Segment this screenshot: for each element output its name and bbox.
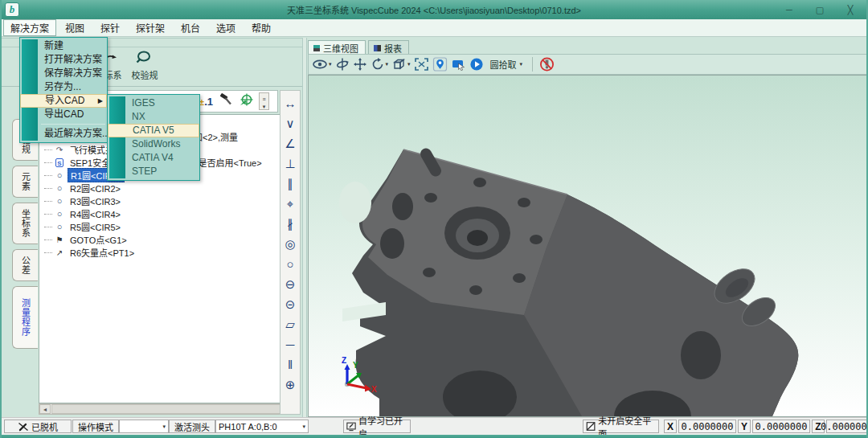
menu-item-open[interactable]: 打开解决方案 bbox=[20, 53, 107, 67]
op-mode-dropdown[interactable]: ▾ bbox=[119, 420, 169, 433]
submenu-item-nx[interactable]: NX bbox=[108, 110, 199, 124]
submenu-item-label: STEP bbox=[132, 166, 157, 177]
tree-row[interactable]: ○R3圆<CIR3> bbox=[39, 194, 297, 207]
distance-icon[interactable]: ↔ bbox=[280, 94, 300, 114]
menu-item-label: 导出CAD bbox=[44, 108, 84, 120]
scrollbar-thumb[interactable] bbox=[51, 404, 285, 414]
viewport-3d[interactable]: Z Y X bbox=[308, 75, 868, 417]
tab-report[interactable]: 报表 bbox=[368, 40, 409, 54]
pan-button[interactable] bbox=[353, 57, 367, 72]
submenu-item-solidworks[interactable]: SolidWorks bbox=[108, 137, 199, 151]
menu-item-recent[interactable]: 最近解决方案... bbox=[20, 127, 107, 141]
menu-item-export-cad[interactable]: 导出CAD bbox=[20, 108, 107, 121]
submenu-item-catia-v4[interactable]: CATIA V4 bbox=[108, 151, 199, 165]
scroll-left-arrow[interactable]: ◂ bbox=[39, 404, 51, 414]
menubar: 解决方案 视图 探针 探针架 机台 选项 帮助 bbox=[2, 19, 866, 37]
magnifier-icon bbox=[135, 49, 154, 68]
tab-tolerance[interactable]: 公差 bbox=[12, 249, 38, 281]
tree-row[interactable]: ○R2圆<CIR2> bbox=[39, 182, 297, 194]
toolbar-overflow-button[interactable]: ≡▾ bbox=[259, 92, 269, 110]
circle-measure-icon[interactable]: ○ bbox=[280, 255, 300, 275]
tab-elements-label: 元素 bbox=[19, 172, 32, 191]
tree-row[interactable]: ↗R6矢量点<PT1> bbox=[39, 246, 297, 259]
safety-plane-off-icon bbox=[586, 421, 596, 432]
x-axis-label: X bbox=[667, 421, 674, 432]
submenu-item-label: CATIA V5 bbox=[133, 125, 174, 136]
menu-item-save[interactable]: 保存解决方案 bbox=[20, 67, 107, 80]
symmetry-icon[interactable]: ‖ bbox=[280, 355, 300, 375]
runout-icon[interactable]: ⊝ bbox=[280, 295, 300, 315]
eye-icon bbox=[312, 57, 328, 72]
angle-icon[interactable]: ∨ bbox=[280, 114, 300, 134]
probe-dropdown[interactable]: PH10T A:0,B:0 ▾ bbox=[215, 420, 309, 433]
selflearn-button[interactable]: 自学习已开启 bbox=[343, 420, 411, 433]
tab-tolerance-label: 公差 bbox=[19, 256, 32, 275]
position-icon[interactable]: ⌖ bbox=[280, 194, 300, 215]
circle-pick-dropdown[interactable]: 圆拾取 ▾ bbox=[487, 57, 526, 72]
align-target-icon[interactable] bbox=[239, 92, 253, 110]
menu-probe[interactable]: 探针 bbox=[93, 19, 127, 36]
tab-measure-program-label: 测量程序 bbox=[19, 298, 32, 337]
submenu-item-catia-v5[interactable]: CATIA V5 bbox=[108, 124, 199, 137]
menu-item-new[interactable]: 新建 bbox=[20, 39, 107, 53]
tree-row[interactable]: ○R5圆<CIR5> bbox=[39, 220, 297, 233]
gauge-check-button[interactable]: 校验规 bbox=[127, 49, 162, 84]
menu-item-import-cad[interactable]: 导入CAD ▶ bbox=[20, 94, 107, 108]
zoom-fit-button[interactable] bbox=[414, 57, 429, 72]
hammer-icon[interactable] bbox=[219, 92, 233, 110]
menu-item-label: 另存为... bbox=[44, 81, 81, 92]
submenu-item-label: CATIA V4 bbox=[132, 152, 174, 163]
orbit-button[interactable] bbox=[335, 57, 350, 72]
box-select-button[interactable] bbox=[451, 57, 466, 72]
coord-z-value: 0.0000000 bbox=[826, 420, 867, 433]
tab-coordsys[interactable]: 坐标系 bbox=[12, 203, 38, 244]
submenu-item-label: NX bbox=[132, 111, 145, 122]
close-button[interactable]: ╳ bbox=[842, 5, 858, 15]
menu-help[interactable]: 帮助 bbox=[244, 19, 278, 36]
run-button[interactable] bbox=[469, 57, 484, 72]
tab-report-label: 报表 bbox=[384, 42, 402, 55]
locate-button[interactable] bbox=[432, 57, 448, 72]
menu-machine[interactable]: 机台 bbox=[174, 19, 207, 36]
select-rect-icon bbox=[451, 57, 466, 72]
point-position-icon[interactable]: ⊕ bbox=[280, 375, 300, 395]
restore-button[interactable]: ▢ bbox=[812, 5, 828, 15]
standard-views-button[interactable]: ▾ bbox=[391, 57, 411, 72]
tab-measure-program[interactable]: 测量程序 bbox=[12, 286, 38, 349]
tree-row[interactable]: ⚑GOTO点<G1> bbox=[39, 233, 297, 246]
menu-solution[interactable]: 解决方案 bbox=[3, 19, 56, 36]
menu-view[interactable]: 视图 bbox=[58, 19, 92, 36]
coord-y-value: 0.0000000 bbox=[752, 420, 810, 433]
tree-horizontal-scrollbar[interactable]: ◂ ▸ bbox=[39, 403, 297, 415]
angularity-icon[interactable]: ∦ bbox=[280, 215, 300, 235]
axis-y-label: Y bbox=[353, 361, 358, 370]
flatness-icon[interactable]: ▱ bbox=[280, 315, 300, 335]
cad-import-submenu: IGES NX CATIA V5 SolidWorks CATIA V4 STE… bbox=[107, 94, 200, 181]
y-value: 0.0000000 bbox=[755, 421, 807, 432]
tab-3d-view[interactable]: 三维视图 bbox=[308, 40, 366, 54]
straightness-icon[interactable]: ─ bbox=[280, 335, 300, 355]
perpendicularity-icon[interactable]: ⊥ bbox=[280, 154, 300, 174]
menu-item-save-as[interactable]: 另存为... bbox=[20, 80, 107, 94]
visibility-button[interactable]: ▾ bbox=[312, 57, 332, 72]
parallelism-icon[interactable]: ∥ bbox=[280, 174, 300, 194]
submenu-item-iges[interactable]: IGES bbox=[108, 96, 199, 110]
concentricity-icon[interactable]: ◎ bbox=[280, 235, 300, 255]
probe-disabled-button[interactable] bbox=[539, 57, 555, 72]
tab-elements[interactable]: 元素 bbox=[12, 166, 38, 198]
minimize-button[interactable]: ─ bbox=[781, 5, 797, 14]
safety-plane-status: 未开启安全平面 bbox=[583, 420, 659, 433]
offline-label: 已脱机 bbox=[31, 420, 58, 433]
menu-probe-rack[interactable]: 探针架 bbox=[129, 19, 172, 36]
coord-y-axis: Y bbox=[738, 420, 751, 433]
circularity-icon[interactable]: ⊖ bbox=[280, 275, 300, 295]
tree-row[interactable]: ○R4圆<CIR4> bbox=[39, 207, 297, 220]
submenu-item-step[interactable]: STEP bbox=[108, 165, 199, 178]
rotate-view-button[interactable]: ▾ bbox=[371, 57, 389, 72]
pick-caret-icon: ▾ bbox=[520, 61, 523, 68]
angle-point-icon[interactable]: ∠ bbox=[280, 134, 300, 154]
panel-splitter[interactable] bbox=[302, 38, 307, 417]
play-icon bbox=[469, 57, 484, 72]
menu-options[interactable]: 选项 bbox=[209, 19, 243, 36]
precision-button[interactable]: ±.1 bbox=[199, 94, 213, 108]
